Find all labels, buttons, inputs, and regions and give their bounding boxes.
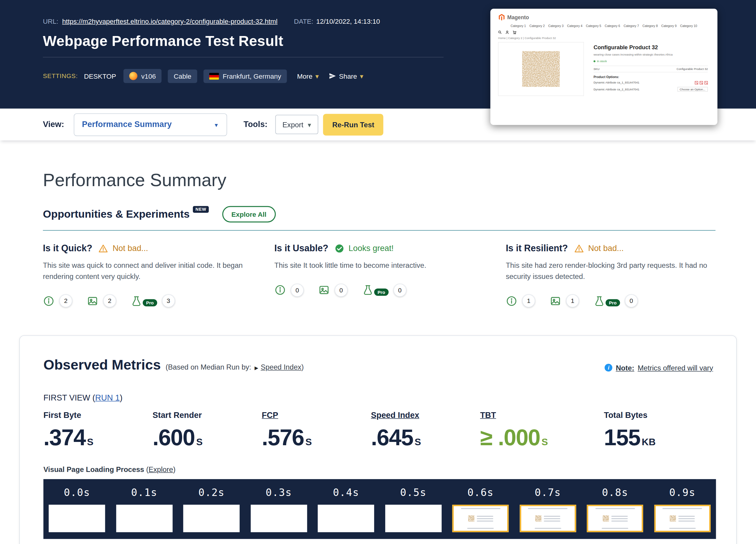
thumbnail-logo-row: Magento	[498, 14, 710, 21]
tested-url-link[interactable]: https://m2hyvaperftest.eltrino.io/catego…	[62, 17, 277, 25]
frame-thumbnail[interactable]	[318, 505, 374, 532]
metric-value: .600S	[153, 424, 262, 451]
frame-time: 0.6s	[467, 487, 494, 499]
speed-index-link[interactable]: Speed Index	[261, 363, 301, 371]
warning-icon	[99, 244, 108, 253]
frame-thumbnail[interactable]	[116, 505, 173, 532]
metric-speed-index: Speed Index .645S	[371, 411, 480, 451]
magento-logo-icon	[498, 14, 505, 21]
export-button[interactable]: Export	[275, 115, 318, 134]
pro-badge: Pro	[606, 299, 620, 306]
nav-category[interactable]: Category 3	[548, 24, 564, 27]
settings-label: SETTINGS:	[43, 72, 78, 80]
nav-category[interactable]: Category 1	[511, 24, 526, 27]
filmstrip-title: Visual Page Loading Process	[43, 465, 144, 473]
note-label: Note:	[616, 364, 635, 372]
explore-filmstrip-link[interactable]: Explore	[149, 465, 173, 473]
nav-category[interactable]: Category 8	[642, 24, 658, 27]
choose-option-select[interactable]: Choose an Option...	[677, 87, 708, 92]
metric-label-link[interactable]: FCP	[262, 411, 278, 420]
nav-category[interactable]: Category 4	[567, 24, 582, 27]
view-select[interactable]: Performance Summary	[74, 113, 227, 136]
metric-value: ≥ .000S	[480, 424, 604, 451]
filmstrip-frame: 0.2s	[178, 487, 245, 532]
tools-label: Tools:	[244, 120, 268, 129]
first-view-prefix: FIRST VIEW (	[43, 393, 95, 403]
rerun-test-button[interactable]: Re-Run Test	[323, 113, 383, 135]
screenshot-icon	[318, 284, 330, 296]
account-icon[interactable]	[505, 30, 509, 34]
swatch-broken-image-icon[interactable]	[695, 81, 698, 84]
frame-time: 0.4s	[333, 487, 359, 499]
expand-triangle-icon[interactable]	[251, 363, 261, 371]
observation-count: 2	[59, 294, 72, 307]
metrics-note: i Note: Metrics offered will vary	[605, 364, 713, 372]
note-text[interactable]: Metrics offered will vary	[638, 364, 713, 372]
swatch-broken-image-icon[interactable]	[704, 81, 708, 84]
nav-category[interactable]: Category 7	[624, 24, 639, 27]
screenshots-group[interactable]: 0	[318, 284, 348, 296]
opportunities-header-row: Opportunities & Experiments NEW Explore …	[43, 206, 756, 222]
observations-group[interactable]: 0	[274, 284, 304, 296]
nav-category[interactable]: Category 2	[529, 24, 545, 27]
test-screenshot-thumbnail[interactable]: Magento Category 1 Category 2 Category 3…	[490, 9, 717, 125]
explore-all-button[interactable]: Explore All	[222, 206, 276, 222]
thumbnail-category-nav: Category 1 Category 2 Category 3 Categor…	[498, 24, 710, 27]
info-icon	[43, 295, 55, 307]
screenshots-group[interactable]: 2	[87, 294, 116, 307]
opportunity-card-quick: Is it Quick? Not bad... This site was qu…	[43, 243, 274, 308]
nav-category[interactable]: Category 10	[680, 24, 697, 27]
swatch-broken-image-icon[interactable]	[700, 81, 703, 84]
screenshots-group[interactable]: 1	[550, 294, 579, 307]
nav-category[interactable]: Category 6	[605, 24, 620, 27]
share-menu[interactable]: Share	[329, 72, 363, 80]
attribute-label: Dynamic Attribute ca_1_931447041	[593, 81, 639, 84]
search-icon[interactable]	[498, 30, 502, 34]
question-row: Is it Resilient? Not bad...	[506, 243, 715, 254]
observation-counts-row: 0 0 Pro 0	[274, 284, 505, 296]
metrics-subtitle: (Based on Median Run by:Speed Index)	[166, 363, 304, 371]
connection-label: Cable	[174, 72, 191, 80]
more-label: More	[297, 72, 312, 80]
observations-group[interactable]: 2	[43, 294, 72, 307]
filmstrip-frame: 0.9s	[649, 487, 716, 532]
frame-thumbnail-loaded[interactable]	[654, 505, 710, 532]
frame-time: 0.0s	[64, 487, 90, 499]
cart-icon[interactable]	[512, 30, 516, 34]
location-pill[interactable]: Frankfurt, Germany	[203, 69, 287, 83]
observations-group[interactable]: 1	[506, 294, 535, 307]
opportunities-grid: Is it Quick? Not bad... This site was qu…	[43, 243, 715, 308]
observation-counts-row: 2 2 Pro 3	[43, 294, 274, 307]
run-1-link[interactable]: RUN 1	[95, 393, 120, 403]
product-noise-image	[522, 51, 560, 87]
observation-count: 1	[522, 294, 535, 307]
filmstrip-frame: 0.5s	[380, 487, 447, 532]
filmstrip-frame: 0.8s	[581, 487, 649, 532]
nav-category[interactable]: Category 5	[586, 24, 601, 27]
frame-thumbnail-loaded[interactable]	[452, 505, 509, 532]
metric-label-link[interactable]: TBT	[480, 411, 496, 420]
experiment-count: 0	[393, 284, 406, 296]
metric-label-link[interactable]: Speed Index	[371, 411, 419, 420]
magento-brand-text: Magento	[507, 14, 529, 20]
metric-total-bytes: Total Bytes 155KB	[604, 411, 713, 451]
card-description: This site It took little time to become …	[274, 260, 477, 271]
connection-pill[interactable]: Cable	[168, 69, 197, 83]
frame-thumbnail[interactable]	[49, 505, 105, 532]
verdict-text: Looks great!	[349, 244, 394, 253]
frame-thumbnail[interactable]	[385, 505, 442, 532]
frame-time: 0.9s	[669, 487, 696, 499]
browser-pill[interactable]: v106	[123, 69, 162, 83]
frame-thumbnail-loaded[interactable]	[520, 505, 576, 532]
product-details: Configurable Product 32 wearing close ca…	[593, 42, 709, 96]
experiments-group[interactable]: Pro 0	[362, 284, 407, 296]
experiments-group[interactable]: Pro 3	[131, 294, 175, 307]
frame-thumbnail[interactable]	[251, 505, 307, 532]
sku-label: SKU	[593, 67, 599, 70]
more-menu[interactable]: More	[297, 72, 319, 80]
experiments-group[interactable]: Pro 0	[593, 294, 638, 307]
nav-category[interactable]: Category 9	[661, 24, 677, 27]
metric-label: First Byte	[43, 411, 81, 420]
frame-thumbnail-loaded[interactable]	[587, 505, 643, 532]
frame-thumbnail[interactable]	[183, 505, 240, 532]
